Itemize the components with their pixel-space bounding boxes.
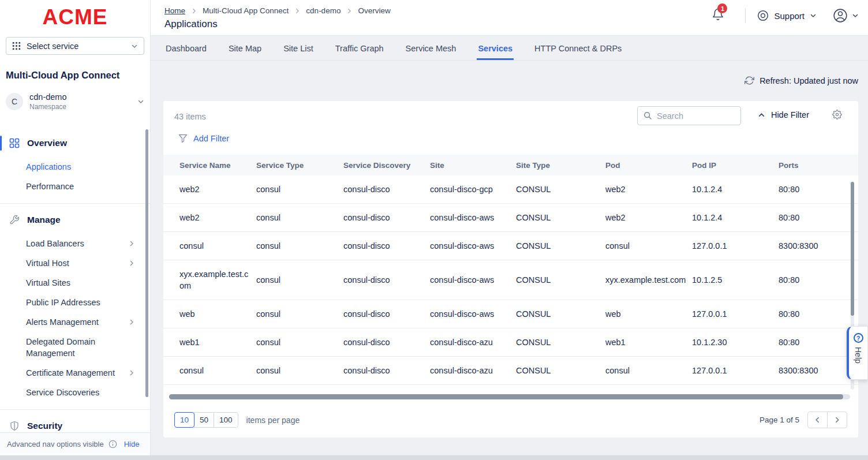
hide-nav-link[interactable]: Hide — [124, 440, 140, 448]
add-filter-button[interactable]: Add Filter — [178, 134, 229, 143]
breadcrumb-item[interactable]: Overview — [358, 6, 390, 15]
breadcrumb-item[interactable]: Multi-Cloud App Connect — [203, 6, 289, 15]
table-cell: 127.0.0.1 — [692, 232, 779, 260]
table-cell: CONSUL — [516, 232, 605, 260]
table-cell: 10.1.2.30 — [692, 328, 779, 357]
breadcrumb-item[interactable]: cdn-demo — [306, 6, 341, 15]
sidebar-item-public-ip-addresses[interactable]: Public IP Addresses — [0, 293, 150, 312]
table-cell: 127.0.0.1 — [692, 357, 779, 385]
hide-filter-button[interactable]: Hide Filter — [758, 110, 809, 119]
table-row[interactable]: web2consulconsul-discoconsul-disco-awsCO… — [163, 204, 858, 232]
sidebar-nav: OverviewApplicationsPerformanceManageLoa… — [0, 134, 150, 435]
sidebar-item-applications[interactable]: Applications — [0, 157, 150, 177]
tab-services[interactable]: Services — [477, 44, 514, 60]
column-header: Service Name — [163, 155, 256, 175]
user-icon — [833, 8, 848, 23]
support-menu[interactable]: Support — [757, 10, 817, 21]
table-cell: consul — [256, 300, 343, 328]
vertical-scrollbar-thumb[interactable] — [851, 182, 854, 316]
refresh-icon — [744, 76, 754, 85]
table-cell: 80:80 — [779, 204, 858, 232]
table-cell: CONSUL — [516, 260, 605, 300]
breadcrumb-separator-icon — [346, 8, 352, 14]
table-row[interactable]: web2consulconsul-discoconsul-disco-gcpCO… — [163, 175, 858, 204]
table-horizontal-scrollbar[interactable] — [169, 394, 850, 399]
sidebar-item-load-balancers[interactable]: Load Balancers — [0, 234, 150, 253]
table-cell: web2 — [163, 175, 256, 204]
sidebar-item-label: Performance — [26, 181, 74, 192]
product-title: Multi-Cloud App Connect — [6, 70, 144, 81]
sidebar-item-certificate-management[interactable]: Certificate Management — [0, 363, 150, 383]
table-row[interactable]: xyx.example.test.comconsulconsul-discoco… — [163, 260, 858, 300]
page-size-50[interactable]: 50 — [194, 412, 214, 428]
sidebar-item-label: Public IP Addresses — [26, 297, 100, 308]
help-label: Help — [854, 347, 863, 364]
column-header: Pod IP — [692, 155, 779, 175]
help-tab[interactable]: ? Help — [847, 326, 868, 380]
refresh-button[interactable]: Refresh: Updated just now — [163, 76, 858, 85]
sidebar-item-delegated-domain-management[interactable]: Delegated Domain Management — [0, 332, 150, 363]
question-icon: ? — [854, 333, 863, 343]
sidebar-item-virtual-host[interactable]: Virtual Host — [0, 253, 150, 273]
sidebar-item-service-discoveries[interactable]: Service Discoveries — [0, 383, 150, 402]
table-row[interactable]: webconsulconsul-discoconsul-disco-awsCON… — [163, 300, 858, 328]
previous-page-button[interactable] — [807, 412, 828, 428]
content-area: Refresh: Updated just now 43 items — [151, 61, 868, 460]
refresh-label: Refresh: Updated just now — [760, 76, 858, 85]
advanced-nav-text: Advanced nav options visible — [7, 440, 104, 448]
tab-service-mesh[interactable]: Service Mesh — [405, 44, 458, 60]
column-header: Site Type — [516, 155, 605, 175]
table-cell: consul-disco — [343, 260, 430, 300]
page-horizontal-scrollbar[interactable] — [0, 455, 868, 460]
service-selector[interactable]: Select service — [6, 37, 144, 55]
horizontal-scrollbar-thumb[interactable] — [169, 394, 843, 399]
table-cell: consul-disco-aws — [430, 204, 516, 232]
table-cell: consul — [605, 357, 692, 385]
chevron-down-icon — [852, 12, 859, 19]
table-cell: consul-disco-azu — [430, 328, 516, 357]
info-icon — [108, 440, 117, 448]
tab-dashboard[interactable]: Dashboard — [164, 44, 208, 60]
table-cell: 8300:8300 — [779, 232, 858, 260]
table-cell: CONSUL — [516, 357, 605, 385]
sidebar-section-manage[interactable]: Manage — [0, 211, 150, 229]
table-cell: web1 — [163, 328, 256, 357]
notifications-button[interactable]: 1 — [712, 8, 724, 23]
sidebar-section-overview[interactable]: Overview — [0, 134, 150, 152]
table-cell: consul-disco-aws — [430, 232, 516, 260]
tab-site-list[interactable]: Site List — [282, 44, 315, 60]
table-cell: consul-disco-gcp — [430, 175, 516, 204]
sidebar-item-performance[interactable]: Performance — [0, 177, 150, 196]
chevron-right-icon — [128, 369, 135, 376]
table-cell: consul-disco — [343, 175, 430, 204]
breadcrumb-separator-icon — [294, 8, 300, 14]
table-settings-button[interactable] — [832, 110, 842, 119]
sidebar-item-alerts-management[interactable]: Alerts Management — [0, 312, 150, 332]
add-filter-label: Add Filter — [193, 134, 229, 143]
table-cell: consul-disco-aws — [430, 300, 516, 328]
notification-badge: 1 — [717, 3, 727, 13]
tab-http-connect-drps[interactable]: HTTP Connect & DRPs — [533, 44, 623, 60]
sidebar-item-virtual-sites[interactable]: Virtual Sites — [0, 273, 150, 293]
breadcrumb-item[interactable]: Home — [164, 6, 185, 15]
table-row[interactable]: web1consulconsul-discoconsul-disco-azuCO… — [163, 328, 858, 357]
support-label: Support — [774, 11, 805, 21]
chevron-right-icon — [128, 260, 135, 267]
page-size-100[interactable]: 100 — [214, 412, 238, 428]
table-cell: consul-disco-aws — [430, 260, 516, 300]
table-row[interactable]: consulconsulconsul-discoconsul-disco-aws… — [163, 232, 858, 260]
tab-traffic-graph[interactable]: Traffic Graph — [334, 44, 385, 60]
sidebar-scrollbar-thumb[interactable] — [145, 129, 148, 397]
table-row[interactable]: consulconsulconsul-discoconsul-disco-azu… — [163, 357, 858, 385]
table-cell: xyx.example.test.com — [163, 260, 256, 300]
namespace-selector[interactable]: C cdn-demo Namespace — [6, 92, 144, 111]
search-input[interactable] — [657, 111, 735, 121]
page-size-10[interactable]: 10 — [174, 412, 194, 428]
table-cell: consul-disco-azu — [430, 357, 516, 385]
namespace-sublabel: Namespace — [29, 103, 66, 111]
search-box — [637, 106, 741, 125]
services-table-card: 43 items Hide Filter — [163, 101, 858, 437]
next-page-button[interactable] — [827, 412, 847, 428]
tab-site-map[interactable]: Site Map — [227, 44, 263, 60]
account-menu[interactable] — [833, 8, 859, 23]
